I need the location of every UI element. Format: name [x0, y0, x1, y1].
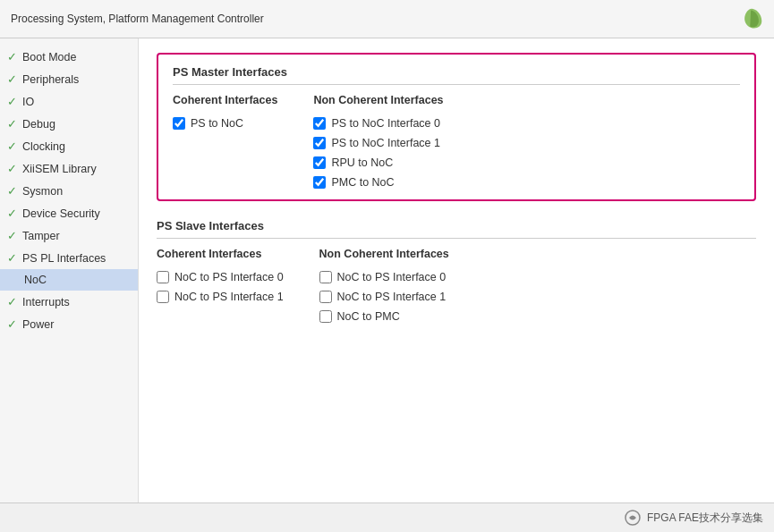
ps-slave-section: PS Slave Interfaces Coherent Interfaces …: [157, 219, 756, 323]
ps-master-coherent-item-0: PS to NoC: [173, 117, 277, 130]
check-icon: ✓: [7, 317, 17, 331]
content-area: PS Master Interfaces Coherent Interfaces…: [139, 38, 774, 502]
ps-slave-non-coherent-label-1: NoC to PS Interface 1: [337, 291, 447, 303]
ps-master-non-coherent-checkbox-0[interactable]: [313, 117, 326, 130]
ps-master-non-coherent-col: Non Coherent Interfaces PS to NoC Interf…: [313, 94, 443, 189]
sidebar-item-noc[interactable]: NoC: [0, 269, 138, 291]
ps-master-non-coherent-label-1: PS to NoC Interface 1: [331, 137, 440, 149]
ps-master-coherent-checkbox-0[interactable]: [173, 117, 185, 130]
footer-logo-icon: [624, 509, 642, 527]
ps-master-title: PS Master Interfaces: [173, 65, 740, 85]
ps-master-non-coherent-checkbox-2[interactable]: [313, 156, 326, 169]
ps-slave-title: PS Slave Interfaces: [157, 219, 756, 239]
ps-master-non-coherent-label-0: PS to NoC Interface 0: [331, 117, 440, 130]
sidebar-item-tamper[interactable]: ✓Tamper: [0, 224, 138, 247]
sidebar-item-boot-mode[interactable]: ✓Boot Mode: [0, 46, 138, 68]
ps-slave-coherent-checkbox-0[interactable]: [157, 271, 169, 283]
sidebar: ✓Boot Mode✓Peripherals✓IO✓Debug✓Clocking…: [0, 38, 139, 502]
footer: FPGA FAE技术分享选集: [0, 502, 774, 532]
ps-slave-non-coherent-label-0: NoC to PS Interface 0: [337, 271, 447, 283]
sidebar-item-label: Peripherals: [22, 73, 79, 86]
sidebar-item-interrupts[interactable]: ✓Interrupts: [0, 291, 138, 313]
ps-slave-coherent-col: Coherent Interfaces NoC to PS Interface …: [157, 248, 284, 323]
sidebar-item-label: Boot Mode: [22, 51, 76, 63]
ps-slave-non-coherent-checkbox-0[interactable]: [319, 271, 332, 283]
ps-slave-non-coherent-title: Non Coherent Interfaces: [319, 248, 449, 260]
ps-master-non-coherent-checkbox-1[interactable]: [313, 137, 326, 149]
sidebar-item-power[interactable]: ✓Power: [0, 313, 138, 335]
sidebar-item-clocking[interactable]: ✓Clocking: [0, 135, 138, 157]
check-icon: ✓: [7, 117, 17, 131]
ps-slave-non-coherent-checkbox-1[interactable]: [319, 291, 332, 303]
ps-master-non-coherent-item-2: RPU to NoC: [313, 156, 443, 169]
sidebar-item-label: XiiSEM Library: [22, 163, 97, 175]
ps-slave-coherent-item-1: NoC to PS Interface 1: [157, 291, 284, 303]
ps-slave-non-coherent-col: Non Coherent Interfaces NoC to PS Interf…: [319, 248, 449, 323]
check-icon: ✓: [7, 139, 17, 153]
ps-master-non-coherent-label-2: RPU to NoC: [331, 156, 393, 169]
sidebar-item-xiisem-library[interactable]: ✓XiiSEM Library: [0, 157, 138, 180]
sidebar-item-label: Sysmon: [22, 185, 63, 198]
ps-slave-non-coherent-item-2: NoC to PMC: [319, 310, 449, 323]
ps-master-coherent-title: Coherent Interfaces: [173, 94, 277, 106]
main-content: ✓Boot Mode✓Peripherals✓IO✓Debug✓Clocking…: [0, 38, 774, 502]
ps-slave-coherent-title: Coherent Interfaces: [157, 248, 284, 260]
sidebar-item-label: Device Security: [22, 207, 100, 220]
ps-master-non-coherent-item-0: PS to NoC Interface 0: [313, 117, 443, 130]
ps-slave-coherent-label-1: NoC to PS Interface 1: [174, 291, 284, 303]
check-icon: ✓: [7, 229, 17, 242]
ps-master-non-coherent-item-1: PS to NoC Interface 1: [313, 137, 443, 149]
footer-logo-area: FPGA FAE技术分享选集: [624, 509, 763, 527]
sidebar-item-label: Clocking: [22, 140, 65, 153]
ps-master-non-coherent-checkbox-3[interactable]: [313, 176, 326, 189]
ps-master-non-coherent-label-3: PMC to NoC: [331, 176, 394, 189]
sidebar-item-device-security[interactable]: ✓Device Security: [0, 202, 138, 224]
sidebar-item-label: Tamper: [22, 230, 60, 242]
check-icon: ✓: [7, 207, 17, 220]
ps-slave-non-coherent-item-0: NoC to PS Interface 0: [319, 271, 449, 283]
sidebar-item-sysmon[interactable]: ✓Sysmon: [0, 180, 138, 202]
check-icon: ✓: [7, 50, 17, 63]
xilinx-logo-icon: [740, 7, 763, 30]
sidebar-item-ps-pl-interfaces[interactable]: ✓PS PL Interfaces: [0, 247, 138, 269]
header-title: Processing System, Platform Management C…: [11, 13, 264, 25]
ps-slave-non-coherent-checkbox-2[interactable]: [319, 310, 332, 323]
ps-master-coherent-label-0: PS to NoC: [191, 117, 243, 130]
ps-slave-grid: Coherent Interfaces NoC to PS Interface …: [157, 248, 756, 323]
ps-slave-coherent-checkbox-1[interactable]: [157, 291, 169, 303]
sidebar-item-debug[interactable]: ✓Debug: [0, 113, 138, 135]
check-icon: ✓: [7, 95, 17, 108]
header: Processing System, Platform Management C…: [0, 0, 774, 38]
ps-master-grid: Coherent Interfaces PS to NoC Non Cohere…: [173, 94, 740, 189]
app-container: Processing System, Platform Management C…: [0, 0, 774, 532]
sidebar-item-label: IO: [22, 96, 34, 108]
check-icon: ✓: [7, 162, 17, 175]
sidebar-item-label: Power: [22, 318, 54, 331]
sidebar-item-io[interactable]: ✓IO: [0, 90, 138, 113]
sidebar-item-label: NoC: [24, 274, 47, 286]
check-icon: ✓: [7, 295, 17, 308]
ps-slave-coherent-label-0: NoC to PS Interface 0: [174, 271, 284, 283]
ps-master-coherent-col: Coherent Interfaces PS to NoC: [173, 94, 277, 189]
check-icon: ✓: [7, 184, 17, 198]
ps-slave-non-coherent-label-2: NoC to PMC: [337, 310, 400, 323]
sidebar-item-label: Interrupts: [22, 296, 70, 308]
footer-text: FPGA FAE技术分享选集: [647, 511, 763, 526]
ps-slave-coherent-item-0: NoC to PS Interface 0: [157, 271, 284, 283]
sidebar-item-label: Debug: [22, 118, 55, 131]
ps-master-section: PS Master Interfaces Coherent Interfaces…: [157, 53, 756, 201]
check-icon: ✓: [7, 251, 17, 265]
sidebar-item-label: PS PL Interfaces: [22, 252, 106, 265]
check-icon: ✓: [7, 72, 17, 86]
ps-slave-non-coherent-item-1: NoC to PS Interface 1: [319, 291, 449, 303]
ps-master-non-coherent-title: Non Coherent Interfaces: [313, 94, 443, 106]
ps-master-non-coherent-item-3: PMC to NoC: [313, 176, 443, 189]
sidebar-item-peripherals[interactable]: ✓Peripherals: [0, 68, 138, 90]
